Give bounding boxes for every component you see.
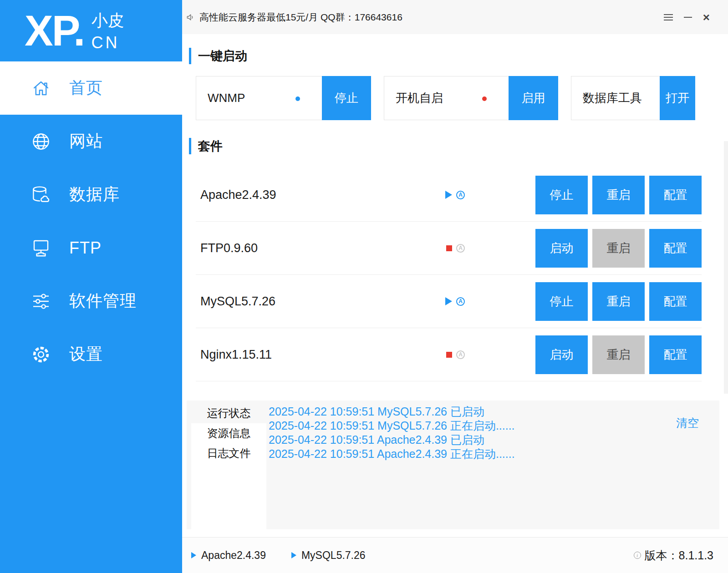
quick-start-panels: WNMP 停止 开机自启 启用 数据库工具 打开 [196,76,695,120]
footer-service-label: MySQL5.7.26 [301,549,366,562]
suite-name: Apache2.4.39 [200,188,276,202]
logo-text-sub: 小皮 CN [91,10,124,54]
log-line: 2025-04-22 10:59:51 Apache2.4.39 已启动 [269,433,642,447]
suite-status: A [445,350,465,359]
database-icon [30,184,52,206]
stop-square-icon [446,352,452,358]
home-icon [30,77,52,99]
db-tools-open-button[interactable]: 打开 [660,76,695,120]
wnmp-label: WNMP [208,91,245,105]
topbar: 高性能云服务器最低15元/月 QQ群：176643616 × [182,0,728,34]
version-label: 版本：8.1.1.3 [645,548,713,563]
log-output: 2025-04-22 10:59:51 MySQL5.7.26 已启动 2025… [269,405,642,461]
close-icon[interactable]: × [703,11,710,23]
log-line: 2025-04-22 10:59:51 MySQL5.7.26 正在启动....… [269,419,642,433]
suite-buttons: 停止 重启 配置 [535,282,702,321]
suite-status: A [445,244,465,253]
wnmp-stop-button[interactable]: 停止 [322,76,371,120]
log-panel: 运行状态 资源信息 日志文件 2025-04-22 10:59:51 MySQL… [187,401,719,529]
tab-resource-info[interactable]: 资源信息 [191,423,266,443]
announcement-text: 高性能云服务器最低15元/月 QQ群：176643616 [199,11,402,24]
status-dot-running [295,96,300,101]
stop-square-icon [446,245,452,251]
restart-button[interactable]: 重启 [592,176,645,214]
log-line: 2025-04-22 10:59:51 MySQL5.7.26 已启动 [269,405,642,419]
restart-button-disabled: 重启 [592,229,645,268]
sidebar-item-settings[interactable]: 设置 [0,328,182,381]
log-tabs: 运行状态 资源信息 日志文件 [191,401,266,529]
start-button[interactable]: 启动 [535,335,588,374]
sidebar-item-label: FTP [69,238,102,258]
footer-service-apache: Apache2.4.39 [191,549,266,562]
sidebar-item-label: 首页 [69,77,103,99]
info-icon: i [634,552,641,559]
play-icon [445,191,452,199]
restart-button-disabled: 重启 [592,335,645,374]
logo-text-main: XP. [25,10,84,52]
suites-list: Apache2.4.39 A 停止 重启 配置 FTP0.9.60 A 启动 重… [196,168,702,381]
autostart-circle-icon[interactable]: A [456,191,465,199]
window-controls: × [664,11,710,23]
suite-name: Nginx1.15.11 [200,348,272,362]
suite-status: A [445,297,465,306]
configure-button[interactable]: 配置 [649,229,702,268]
suites-header: 套件 [189,138,223,154]
tab-run-status[interactable]: 运行状态 [191,403,266,423]
menu-icon[interactable] [664,14,673,20]
sidebar-item-label: 软件管理 [69,290,137,312]
configure-button[interactable]: 配置 [649,176,702,214]
wnmp-panel: WNMP 停止 [196,76,371,120]
sidebar-item-ftp[interactable]: FTP [0,221,182,274]
sliders-icon [30,290,52,312]
footer-statusbar: Apache2.4.39 MySQL5.7.26 i 版本：8.1.1.3 [182,537,728,573]
suite-buttons: 启动 重启 配置 [535,335,702,374]
sidebar: XP. 小皮 CN 首页 [0,0,182,573]
sidebar-item-software[interactable]: 软件管理 [0,274,182,328]
suite-row-ftp: FTP0.9.60 A 启动 重启 配置 [196,222,702,275]
suite-row-nginx: Nginx1.15.11 A 启动 重启 配置 [196,328,702,381]
tab-log-files[interactable]: 日志文件 [191,443,266,463]
autostart-circle-icon[interactable]: A [456,350,465,359]
configure-button[interactable]: 配置 [649,335,702,374]
suite-name: FTP0.9.60 [200,241,258,255]
db-tools-panel: 数据库工具 打开 [571,76,695,120]
sidebar-item-home[interactable]: 首页 [0,61,182,115]
suite-status: A [445,191,465,199]
stop-button[interactable]: 停止 [535,282,588,321]
sidebar-menu: 首页 网站 数据库 [0,61,182,381]
speaker-icon [186,13,195,22]
log-tabs-filler [191,463,266,529]
suite-buttons: 停止 重启 配置 [535,176,702,214]
autostart-circle-icon[interactable]: A [456,244,465,253]
play-icon [291,552,296,558]
footer-service-label: Apache2.4.39 [201,549,266,562]
sidebar-item-label: 设置 [69,343,103,365]
suite-row-mysql: MySQL5.7.26 A 停止 重启 配置 [196,275,702,328]
sidebar-item-database[interactable]: 数据库 [0,168,182,221]
suite-row-apache: Apache2.4.39 A 停止 重启 配置 [196,168,702,222]
sidebar-item-website[interactable]: 网站 [0,115,182,168]
section-accent-bar [189,138,191,154]
start-button[interactable]: 启动 [535,229,588,268]
globe-icon [30,131,52,152]
db-tools-label: 数据库工具 [583,90,642,106]
logo-sub-top: 小皮 [91,10,124,32]
ftp-network-icon [30,237,52,259]
sidebar-item-label: 数据库 [69,183,120,206]
minimize-icon[interactable] [684,17,692,18]
footer-service-mysql: MySQL5.7.26 [291,549,366,562]
log-line: 2025-04-22 10:59:51 Apache2.4.39 正在启动...… [269,447,642,461]
restart-button[interactable]: 重启 [592,282,645,321]
version-info: i 版本：8.1.1.3 [634,548,713,563]
clear-log-button[interactable]: 清空 [676,416,699,431]
configure-button[interactable]: 配置 [649,282,702,321]
suite-buttons: 启动 重启 配置 [535,229,702,268]
play-icon [191,552,196,558]
stop-button[interactable]: 停止 [535,176,588,214]
sidebar-item-label: 网站 [69,130,103,152]
status-dot-off [482,96,487,101]
autostart-circle-icon[interactable]: A [456,297,465,306]
app-logo: XP. 小皮 CN [0,0,182,61]
autostart-enable-button[interactable]: 启用 [509,76,558,120]
scrollbar-track[interactable] [724,141,728,394]
